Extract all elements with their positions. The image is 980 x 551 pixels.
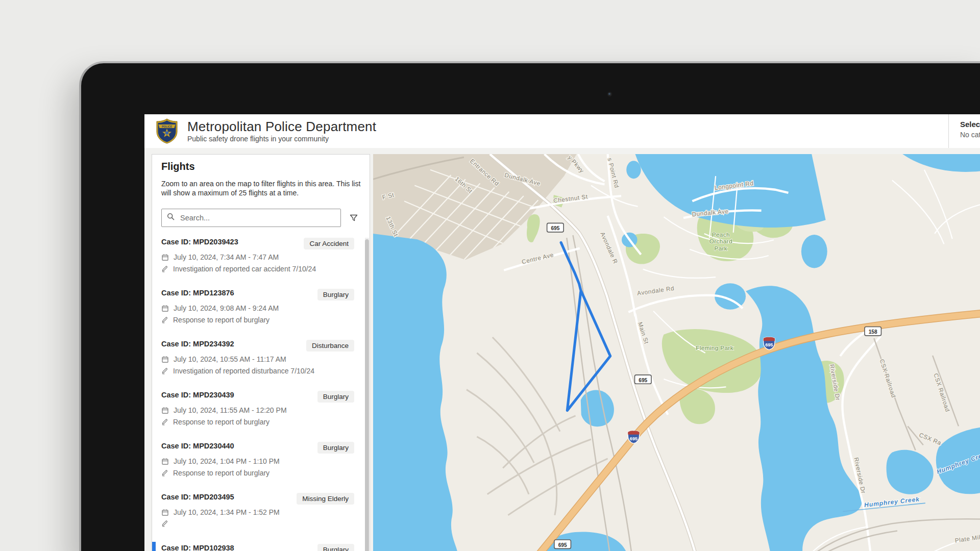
app-screen: POLICE Metropolitan Police Department Pu…: [144, 114, 980, 551]
flight-note-row: Investigation of reported disturbance 7/…: [161, 367, 360, 375]
list-item[interactable]: Case ID: MPD2039423 Car Accident July 10…: [161, 235, 360, 286]
pencil-icon: [161, 367, 168, 374]
flight-datetime-row: July 10, 2024, 9:08 AM - 9:24 AM: [161, 304, 360, 312]
category-badge: Burglary: [317, 289, 354, 300]
case-id: Case ID: MPD230440: [161, 442, 234, 450]
flight-note: Investigation of reported car accident 7…: [173, 265, 316, 273]
flight-note-row: Response to report of burglary: [161, 316, 360, 324]
calendar-icon: [161, 458, 169, 465]
flight-datetime: July 10, 2024, 7:34 AM - 7:47 AM: [174, 253, 279, 261]
flight-list: Case ID: MPD2039423 Car Accident July 10…: [161, 235, 360, 551]
flight-note: Investigation of reported disturbance 7/…: [173, 367, 314, 375]
pencil-icon: [161, 316, 168, 323]
case-id: Case ID: MPD102938: [161, 544, 234, 551]
flights-sidebar: Flights Zoom to an area on the map to fi…: [152, 154, 370, 551]
flight-datetime-row: July 10, 2024, 7:34 AM - 7:47 AM: [161, 253, 360, 261]
search-box[interactable]: [161, 209, 341, 227]
list-item[interactable]: Case ID: MPD102938 Burglary: [161, 541, 360, 551]
svg-text:695: 695: [558, 542, 567, 548]
route-shield: 695: [634, 375, 651, 384]
no-categories-text: No cat: [960, 131, 980, 139]
flight-datetime-row: July 10, 2024, 11:55 AM - 12:20 PM: [161, 406, 360, 414]
svg-text:695: 695: [765, 342, 773, 347]
svg-text:695: 695: [551, 226, 559, 231]
calendar-icon: [161, 407, 169, 414]
case-id: Case ID: MPD123876: [161, 289, 234, 297]
pencil-icon: [161, 265, 168, 272]
case-id: Case ID: MPD2039423: [161, 238, 238, 246]
map-park-label: Peach: [712, 231, 730, 238]
flight-note-row: Response to report of burglary: [161, 418, 360, 426]
police-badge-logo: POLICE: [156, 118, 178, 144]
calendar-icon: [161, 509, 169, 516]
flight-datetime: July 10, 2024, 1:04 PM - 1:10 PM: [174, 457, 280, 465]
sidebar-scrollbar-thumb[interactable]: [365, 239, 369, 551]
header-titles: Metropolitan Police Department Public sa…: [187, 119, 376, 143]
route-shield: 695: [554, 540, 571, 548]
flight-note: Response to report of burglary: [173, 316, 270, 324]
category-badge: Burglary: [317, 544, 354, 551]
flight-datetime-row: July 10, 2024, 1:34 PM - 1:52 PM: [161, 508, 360, 516]
flight-datetime: July 10, 2024, 11:55 AM - 12:20 PM: [174, 406, 287, 414]
category-badge: Burglary: [317, 391, 354, 403]
list-item[interactable]: Case ID: MPD230440 Burglary July 10, 202…: [161, 439, 360, 490]
list-item[interactable]: Case ID: MPD234392 Disturbance July 10, …: [161, 337, 360, 388]
map-park-label: Fleming Park: [696, 344, 733, 351]
interstate-shield: 695: [628, 431, 639, 443]
selected-indicator: [152, 542, 156, 551]
sidebar-heading: Flights: [161, 161, 360, 172]
category-badge: Burglary: [317, 442, 354, 454]
pencil-icon: [161, 469, 168, 477]
svg-text:158: 158: [869, 329, 877, 335]
calendar-icon: [161, 254, 169, 261]
filter-icon[interactable]: [348, 212, 359, 223]
page-subtitle: Public safety drone flights in your comm…: [187, 135, 376, 143]
list-item[interactable]: Case ID: MPD123876 Burglary July 10, 202…: [161, 286, 360, 337]
flight-note-row: [161, 520, 360, 527]
page-title: Metropolitan Police Department: [187, 119, 376, 135]
flight-note-row: Investigation of reported car accident 7…: [161, 265, 360, 273]
map-park-label: Park: [714, 245, 727, 252]
map-park-label: Orchard: [709, 238, 732, 244]
sidebar-description: Zoom to an area on the map to filter fli…: [161, 179, 362, 197]
route-shield: 695: [547, 223, 564, 232]
search-icon: [167, 213, 175, 223]
case-id: Case ID: MPD203495: [161, 493, 234, 501]
svg-text:695: 695: [639, 378, 647, 383]
flight-note: Response to report of burglary: [173, 418, 270, 426]
flight-datetime: July 10, 2024, 1:34 PM - 1:52 PM: [174, 508, 280, 516]
app-header: POLICE Metropolitan Police Department Pu…: [144, 114, 980, 148]
svg-text:695: 695: [630, 436, 638, 441]
map[interactable]: F St13th St16th StEntrance RdDundalk Ave…: [373, 154, 980, 551]
svg-text:POLICE: POLICE: [162, 125, 172, 128]
flight-datetime: July 10, 2024, 10:55 AM - 11:17 AM: [174, 355, 286, 363]
category-badge: Car Accident: [304, 238, 354, 249]
pencil-icon: [161, 418, 168, 425]
flight-note: Response to report of burglary: [173, 469, 270, 477]
flight-datetime-row: July 10, 2024, 1:04 PM - 1:10 PM: [161, 457, 360, 465]
search-input[interactable]: [179, 213, 335, 222]
interstate-shield: 695: [764, 337, 775, 350]
category-badge: Disturbance: [306, 340, 354, 352]
category-select-panel[interactable]: Select No cat: [948, 114, 980, 148]
search-row: [161, 209, 360, 227]
select-label: Select: [960, 120, 980, 129]
category-badge: Missing Elderly: [297, 493, 354, 505]
flight-datetime: July 10, 2024, 9:08 AM - 9:24 AM: [174, 304, 279, 312]
route-shield: 158: [865, 327, 881, 335]
laptop-bezel: POLICE Metropolitan Police Department Pu…: [79, 61, 980, 551]
pencil-icon: [161, 520, 168, 527]
webcam-dot: [607, 91, 612, 97]
list-item[interactable]: Case ID: MPD203495 Missing Elderly July …: [161, 490, 360, 541]
calendar-icon: [161, 356, 169, 363]
calendar-icon: [161, 305, 169, 312]
case-id: Case ID: MPD230439: [161, 391, 234, 399]
case-id: Case ID: MPD234392: [161, 340, 234, 348]
flight-note-row: Response to report of burglary: [161, 469, 360, 477]
content-area: Flights Zoom to an area on the map to fi…: [144, 148, 980, 551]
list-item[interactable]: Case ID: MPD230439 Burglary July 10, 202…: [161, 388, 360, 439]
flight-datetime-row: July 10, 2024, 10:55 AM - 11:17 AM: [161, 355, 360, 363]
